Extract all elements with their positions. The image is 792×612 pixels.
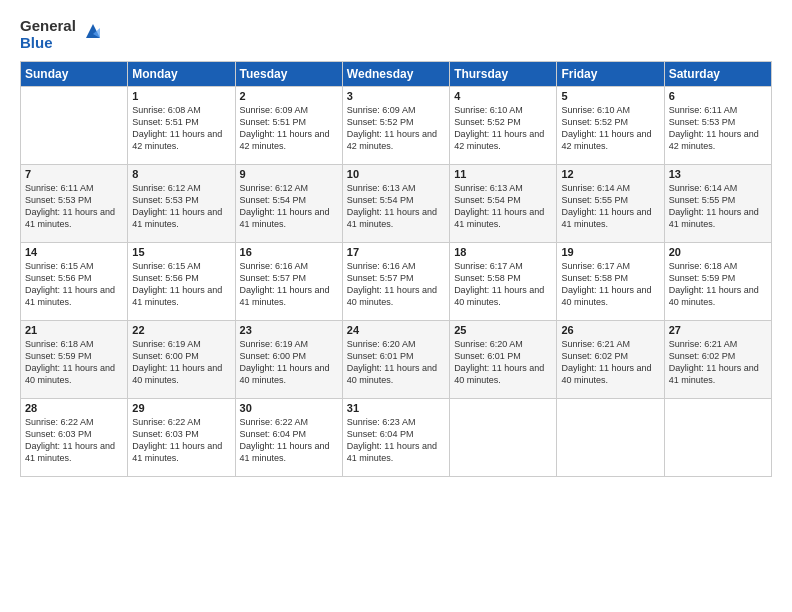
day-header-tuesday: Tuesday bbox=[235, 62, 342, 87]
day-header-saturday: Saturday bbox=[664, 62, 771, 87]
calendar-cell: 5 Sunrise: 6:10 AM Sunset: 5:52 PM Dayli… bbox=[557, 87, 664, 165]
day-number: 30 bbox=[240, 402, 338, 414]
cell-info: Sunrise: 6:22 AM Sunset: 6:03 PM Dayligh… bbox=[25, 416, 123, 465]
cell-info: Sunrise: 6:14 AM Sunset: 5:55 PM Dayligh… bbox=[669, 182, 767, 231]
cell-info: Sunrise: 6:15 AM Sunset: 5:56 PM Dayligh… bbox=[25, 260, 123, 309]
calendar-cell: 23 Sunrise: 6:19 AM Sunset: 6:00 PM Dayl… bbox=[235, 321, 342, 399]
cell-info: Sunrise: 6:10 AM Sunset: 5:52 PM Dayligh… bbox=[454, 104, 552, 153]
day-number: 28 bbox=[25, 402, 123, 414]
cell-info: Sunrise: 6:13 AM Sunset: 5:54 PM Dayligh… bbox=[347, 182, 445, 231]
day-number: 27 bbox=[669, 324, 767, 336]
calendar-cell: 2 Sunrise: 6:09 AM Sunset: 5:51 PM Dayli… bbox=[235, 87, 342, 165]
day-header-monday: Monday bbox=[128, 62, 235, 87]
cell-info: Sunrise: 6:13 AM Sunset: 5:54 PM Dayligh… bbox=[454, 182, 552, 231]
calendar-cell bbox=[557, 399, 664, 477]
day-number: 8 bbox=[132, 168, 230, 180]
cell-info: Sunrise: 6:17 AM Sunset: 5:58 PM Dayligh… bbox=[454, 260, 552, 309]
cell-info: Sunrise: 6:23 AM Sunset: 6:04 PM Dayligh… bbox=[347, 416, 445, 465]
calendar-cell: 6 Sunrise: 6:11 AM Sunset: 5:53 PM Dayli… bbox=[664, 87, 771, 165]
cell-info: Sunrise: 6:09 AM Sunset: 5:52 PM Dayligh… bbox=[347, 104, 445, 153]
day-header-wednesday: Wednesday bbox=[342, 62, 449, 87]
calendar-cell: 9 Sunrise: 6:12 AM Sunset: 5:54 PM Dayli… bbox=[235, 165, 342, 243]
logo-blue: Blue bbox=[20, 35, 76, 52]
cell-info: Sunrise: 6:15 AM Sunset: 5:56 PM Dayligh… bbox=[132, 260, 230, 309]
cell-info: Sunrise: 6:11 AM Sunset: 5:53 PM Dayligh… bbox=[669, 104, 767, 153]
calendar-cell: 18 Sunrise: 6:17 AM Sunset: 5:58 PM Dayl… bbox=[450, 243, 557, 321]
calendar-week-4: 21 Sunrise: 6:18 AM Sunset: 5:59 PM Dayl… bbox=[21, 321, 772, 399]
calendar-cell: 10 Sunrise: 6:13 AM Sunset: 5:54 PM Dayl… bbox=[342, 165, 449, 243]
cell-info: Sunrise: 6:16 AM Sunset: 5:57 PM Dayligh… bbox=[347, 260, 445, 309]
cell-info: Sunrise: 6:11 AM Sunset: 5:53 PM Dayligh… bbox=[25, 182, 123, 231]
cell-info: Sunrise: 6:12 AM Sunset: 5:54 PM Dayligh… bbox=[240, 182, 338, 231]
day-header-friday: Friday bbox=[557, 62, 664, 87]
day-number: 12 bbox=[561, 168, 659, 180]
calendar-cell: 24 Sunrise: 6:20 AM Sunset: 6:01 PM Dayl… bbox=[342, 321, 449, 399]
calendar-header-row: SundayMondayTuesdayWednesdayThursdayFrid… bbox=[21, 62, 772, 87]
calendar-cell: 26 Sunrise: 6:21 AM Sunset: 6:02 PM Dayl… bbox=[557, 321, 664, 399]
calendar-cell: 12 Sunrise: 6:14 AM Sunset: 5:55 PM Dayl… bbox=[557, 165, 664, 243]
day-number: 7 bbox=[25, 168, 123, 180]
day-header-sunday: Sunday bbox=[21, 62, 128, 87]
calendar-cell: 17 Sunrise: 6:16 AM Sunset: 5:57 PM Dayl… bbox=[342, 243, 449, 321]
day-number: 15 bbox=[132, 246, 230, 258]
day-header-thursday: Thursday bbox=[450, 62, 557, 87]
cell-info: Sunrise: 6:19 AM Sunset: 6:00 PM Dayligh… bbox=[132, 338, 230, 387]
logo-general: General bbox=[20, 18, 76, 35]
day-number: 6 bbox=[669, 90, 767, 102]
calendar-cell: 27 Sunrise: 6:21 AM Sunset: 6:02 PM Dayl… bbox=[664, 321, 771, 399]
calendar-cell: 31 Sunrise: 6:23 AM Sunset: 6:04 PM Dayl… bbox=[342, 399, 449, 477]
day-number: 11 bbox=[454, 168, 552, 180]
calendar-week-3: 14 Sunrise: 6:15 AM Sunset: 5:56 PM Dayl… bbox=[21, 243, 772, 321]
day-number: 3 bbox=[347, 90, 445, 102]
day-number: 29 bbox=[132, 402, 230, 414]
cell-info: Sunrise: 6:09 AM Sunset: 5:51 PM Dayligh… bbox=[240, 104, 338, 153]
calendar-cell: 28 Sunrise: 6:22 AM Sunset: 6:03 PM Dayl… bbox=[21, 399, 128, 477]
calendar-cell: 13 Sunrise: 6:14 AM Sunset: 5:55 PM Dayl… bbox=[664, 165, 771, 243]
cell-info: Sunrise: 6:20 AM Sunset: 6:01 PM Dayligh… bbox=[454, 338, 552, 387]
day-number: 20 bbox=[669, 246, 767, 258]
calendar-cell: 15 Sunrise: 6:15 AM Sunset: 5:56 PM Dayl… bbox=[128, 243, 235, 321]
cell-info: Sunrise: 6:10 AM Sunset: 5:52 PM Dayligh… bbox=[561, 104, 659, 153]
calendar-cell: 21 Sunrise: 6:18 AM Sunset: 5:59 PM Dayl… bbox=[21, 321, 128, 399]
cell-info: Sunrise: 6:22 AM Sunset: 6:03 PM Dayligh… bbox=[132, 416, 230, 465]
day-number: 22 bbox=[132, 324, 230, 336]
calendar-cell bbox=[664, 399, 771, 477]
day-number: 14 bbox=[25, 246, 123, 258]
logo: General Blue bbox=[20, 18, 104, 51]
day-number: 9 bbox=[240, 168, 338, 180]
calendar-table: SundayMondayTuesdayWednesdayThursdayFrid… bbox=[20, 61, 772, 477]
cell-info: Sunrise: 6:12 AM Sunset: 5:53 PM Dayligh… bbox=[132, 182, 230, 231]
calendar-cell: 16 Sunrise: 6:16 AM Sunset: 5:57 PM Dayl… bbox=[235, 243, 342, 321]
day-number: 16 bbox=[240, 246, 338, 258]
calendar-cell: 14 Sunrise: 6:15 AM Sunset: 5:56 PM Dayl… bbox=[21, 243, 128, 321]
page: General Blue SundayMondayTuesdayWednesda… bbox=[0, 0, 792, 612]
calendar-cell: 22 Sunrise: 6:19 AM Sunset: 6:00 PM Dayl… bbox=[128, 321, 235, 399]
calendar-cell: 11 Sunrise: 6:13 AM Sunset: 5:54 PM Dayl… bbox=[450, 165, 557, 243]
day-number: 1 bbox=[132, 90, 230, 102]
calendar-cell: 4 Sunrise: 6:10 AM Sunset: 5:52 PM Dayli… bbox=[450, 87, 557, 165]
cell-info: Sunrise: 6:17 AM Sunset: 5:58 PM Dayligh… bbox=[561, 260, 659, 309]
day-number: 31 bbox=[347, 402, 445, 414]
calendar-week-5: 28 Sunrise: 6:22 AM Sunset: 6:03 PM Dayl… bbox=[21, 399, 772, 477]
calendar-cell: 7 Sunrise: 6:11 AM Sunset: 5:53 PM Dayli… bbox=[21, 165, 128, 243]
cell-info: Sunrise: 6:21 AM Sunset: 6:02 PM Dayligh… bbox=[561, 338, 659, 387]
day-number: 2 bbox=[240, 90, 338, 102]
cell-info: Sunrise: 6:21 AM Sunset: 6:02 PM Dayligh… bbox=[669, 338, 767, 387]
cell-info: Sunrise: 6:19 AM Sunset: 6:00 PM Dayligh… bbox=[240, 338, 338, 387]
day-number: 17 bbox=[347, 246, 445, 258]
logo-icon bbox=[82, 20, 104, 46]
day-number: 18 bbox=[454, 246, 552, 258]
cell-info: Sunrise: 6:08 AM Sunset: 5:51 PM Dayligh… bbox=[132, 104, 230, 153]
header: General Blue bbox=[20, 18, 772, 51]
cell-info: Sunrise: 6:16 AM Sunset: 5:57 PM Dayligh… bbox=[240, 260, 338, 309]
day-number: 19 bbox=[561, 246, 659, 258]
calendar-cell bbox=[450, 399, 557, 477]
calendar-cell bbox=[21, 87, 128, 165]
calendar-cell: 29 Sunrise: 6:22 AM Sunset: 6:03 PM Dayl… bbox=[128, 399, 235, 477]
day-number: 26 bbox=[561, 324, 659, 336]
cell-info: Sunrise: 6:22 AM Sunset: 6:04 PM Dayligh… bbox=[240, 416, 338, 465]
calendar-cell: 19 Sunrise: 6:17 AM Sunset: 5:58 PM Dayl… bbox=[557, 243, 664, 321]
day-number: 13 bbox=[669, 168, 767, 180]
day-number: 21 bbox=[25, 324, 123, 336]
calendar-cell: 20 Sunrise: 6:18 AM Sunset: 5:59 PM Dayl… bbox=[664, 243, 771, 321]
